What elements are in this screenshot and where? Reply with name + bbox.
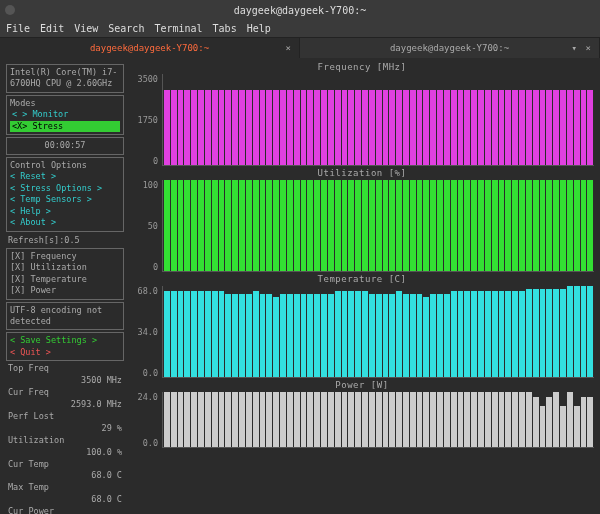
terminal-content: Intel(R) Core(TM) i7-6700HQ CPU @ 2.60GH… <box>0 58 600 514</box>
bar <box>205 291 211 377</box>
ytick: 24.0 <box>130 392 158 402</box>
bar <box>410 90 416 165</box>
bar <box>362 291 368 377</box>
bar <box>553 392 559 447</box>
bar <box>464 180 470 271</box>
close-icon[interactable]: × <box>586 43 591 53</box>
opt-stress-options[interactable]: < Stress Options > <box>10 183 120 194</box>
bar <box>519 180 525 271</box>
toggle-temperature[interactable]: [X] Temperature <box>10 274 120 285</box>
bar <box>253 180 259 271</box>
bar <box>512 90 518 165</box>
stats-list: Top Freq 3500 MHzCur Freq 2593.0 MHzPerf… <box>6 363 124 514</box>
bar <box>348 180 354 271</box>
stat-value-row: 68.0 C <box>8 494 124 506</box>
stat-value-row: 100.0 % <box>8 447 124 459</box>
bar <box>587 397 593 447</box>
opt-temp-sensors[interactable]: < Temp Sensors > <box>10 194 120 205</box>
ytick: 50 <box>130 221 158 231</box>
bar <box>191 180 197 271</box>
bars-temperature <box>162 286 594 378</box>
bar <box>492 180 498 271</box>
window-control-icon[interactable] <box>5 5 15 15</box>
bar <box>540 180 546 271</box>
bar <box>266 90 272 165</box>
control-options-title: Control Options <box>10 160 120 171</box>
stat-row: Max Temp <box>8 482 124 494</box>
bar <box>321 392 327 447</box>
tab-menu-icon[interactable]: ▾ <box>572 43 577 53</box>
toggle-power[interactable]: [X] Power <box>10 285 120 296</box>
bar <box>314 392 320 447</box>
ytick: 68.0 <box>130 286 158 296</box>
bar <box>301 90 307 165</box>
menu-terminal[interactable]: Terminal <box>154 23 202 34</box>
bar <box>478 90 484 165</box>
bar <box>376 294 382 377</box>
close-icon[interactable]: × <box>286 43 291 53</box>
bar <box>355 180 361 271</box>
bar <box>574 406 580 447</box>
bar <box>451 90 457 165</box>
bar <box>533 180 539 271</box>
bar <box>567 286 573 377</box>
bar <box>205 392 211 447</box>
mode-monitor[interactable]: < > Monitor <box>10 109 120 120</box>
bar <box>321 294 327 377</box>
bar <box>184 291 190 377</box>
bar <box>533 289 539 377</box>
bar <box>396 180 402 271</box>
bar <box>260 392 266 447</box>
stat-value-row: 68.0 C <box>8 470 124 482</box>
bar <box>403 294 409 377</box>
bar <box>423 297 429 377</box>
bar <box>280 90 286 165</box>
tab-bar: daygeek@daygeek-Y700:~ × daygeek@daygeek… <box>0 38 600 58</box>
bar <box>232 90 238 165</box>
toggle-utilization[interactable]: [X] Utilization <box>10 262 120 273</box>
menu-file[interactable]: File <box>6 23 30 34</box>
bar <box>212 392 218 447</box>
bar <box>307 392 313 447</box>
bar <box>533 90 539 165</box>
menu-view[interactable]: View <box>74 23 98 34</box>
stat-row: Cur Power <box>8 506 124 514</box>
bar <box>471 180 477 271</box>
control-options-box: Control Options < Reset > < Stress Optio… <box>6 157 124 232</box>
bar <box>526 392 532 447</box>
tab-label: daygeek@daygeek-Y700:~ <box>390 43 509 53</box>
bar <box>355 90 361 165</box>
terminal-tab-1[interactable]: daygeek@daygeek-Y700:~ × <box>0 38 300 58</box>
stat-row: Perf Lost <box>8 411 124 423</box>
opt-reset[interactable]: < Reset > <box>10 171 120 182</box>
stat-label: Utilization <box>8 435 64 447</box>
encoding-warning: UTF-8 encoding not detected <box>6 302 124 331</box>
bar <box>219 392 225 447</box>
bar <box>198 392 204 447</box>
bar <box>355 291 361 377</box>
bar <box>464 392 470 447</box>
menu-edit[interactable]: Edit <box>40 23 64 34</box>
opt-help[interactable]: < Help > <box>10 206 120 217</box>
bar <box>396 291 402 377</box>
bar <box>191 392 197 447</box>
terminal-tab-2[interactable]: daygeek@daygeek-Y700:~ × ▾ <box>300 38 600 58</box>
menu-help[interactable]: Help <box>247 23 271 34</box>
save-settings[interactable]: < Save Settings > <box>10 335 120 346</box>
ytick: 3500 <box>130 74 158 84</box>
menu-tabs[interactable]: Tabs <box>213 23 237 34</box>
chart-frequency: 3500 1750 0 <box>130 74 594 166</box>
toggle-frequency[interactable]: [X] Frequency <box>10 251 120 262</box>
bar <box>246 180 252 271</box>
bar <box>567 180 573 271</box>
bar <box>417 180 423 271</box>
menu-search[interactable]: Search <box>108 23 144 34</box>
opt-about[interactable]: < About > <box>10 217 120 228</box>
stat-value-row: 2593.0 MHz <box>8 399 124 411</box>
bar <box>423 180 429 271</box>
bar <box>225 180 231 271</box>
mode-stress[interactable]: <X> Stress <box>10 121 120 132</box>
bar <box>581 397 587 447</box>
bar <box>178 291 184 377</box>
quit[interactable]: < Quit > <box>10 347 120 358</box>
